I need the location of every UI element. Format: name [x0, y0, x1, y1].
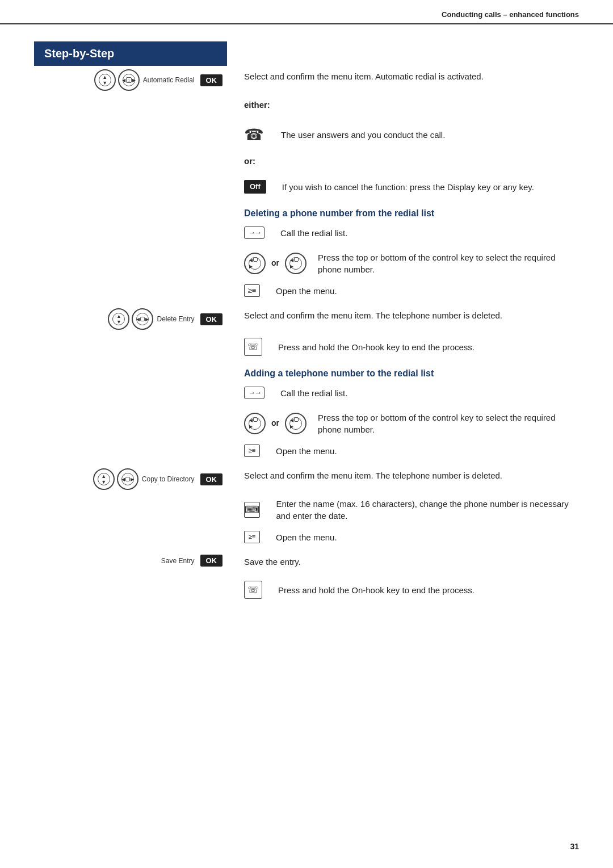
row-ctrl-or2: ◀▶ or ◀▶ Press the top or bottom of the … — [34, 407, 579, 440]
row-or1: or: — [34, 150, 579, 175]
left-cell-delete-entry: ▲▼ ◀▶ Delete Entry OK — [34, 305, 227, 333]
ctrl-pair-delete: ▲▼ ◀▶ — [108, 308, 153, 330]
row-arrow2: →→ Call the redial list. — [34, 382, 579, 407]
ctrl-key-inner-2: ◀□▶ — [123, 74, 135, 86]
row-either: either: — [34, 94, 579, 119]
row-copy-to-directory: ▲▼ ◀▶ Copy to Directory OK Select and co… — [34, 465, 579, 493]
row-menu2: ≥≡ Open the menu. — [34, 440, 579, 465]
ctrl-key-copy-a: ▲▼ — [93, 468, 115, 490]
either-label: either: — [244, 99, 270, 111]
ctrl-key-inner-1: ▲▼ — [99, 74, 111, 86]
ok-btn-delete: OK — [200, 313, 223, 325]
content-area: Step-by-Step ▲▼ ◀□▶ — [0, 24, 613, 638]
label-copy-to-directory: Copy to Directory — [142, 475, 195, 483]
ctrl-key-del-b: ◀▶ — [132, 308, 153, 330]
menu-icon-1: ≥≡ — [244, 284, 260, 297]
arrow-icon-2: →→ — [244, 387, 264, 399]
right-cell-onhook2: ☏ Press and hold the On-hook key to end … — [227, 576, 579, 603]
row-arrow1: →→ Call the redial list. — [34, 222, 579, 247]
or-label-ctrl1: or — [271, 258, 279, 269]
row-keyboard: ⌨ Enter the name (max. 16 characters), c… — [34, 493, 579, 526]
right-cell-phone: ☎ The user answers and you conduct the c… — [227, 119, 579, 150]
menu-icon-2: ≥≡ — [244, 445, 260, 457]
row-off: Off If you wish to cancel the function: … — [34, 175, 579, 200]
page-number: 31 — [570, 842, 579, 851]
ctrl-key-del-2: ◀▶ — [285, 253, 306, 274]
ctrl-pair-copy: ▲▼ ◀▶ — [93, 468, 138, 490]
row-menu3: ≥≡ Open the menu. — [34, 526, 579, 551]
row-phone: ☎ The user answers and you conduct the c… — [34, 119, 579, 150]
right-cell-menu1: ≥≡ Open the menu. — [227, 280, 579, 301]
left-cell-either — [34, 94, 227, 101]
right-cell-menu2: ≥≡ Open the menu. — [227, 440, 579, 462]
left-cell-copy: ▲▼ ◀▶ Copy to Directory OK — [34, 465, 227, 493]
row-ctrl-or1: ◀▶ or ◀▶ Press the top or bottom of the … — [34, 247, 579, 280]
section-adding: Adding a telephone number to the redial … — [34, 360, 579, 382]
label-save-entry: Save Entry — [161, 557, 195, 565]
onhook-icon-2: ☏ — [244, 581, 262, 599]
left-cell-phone — [34, 119, 227, 126]
section-deleting: Deleting a phone number from the redial … — [34, 200, 579, 222]
left-cell-keyboard — [34, 493, 227, 500]
right-cell-save: Save the entry. — [227, 551, 579, 572]
left-cell-menu3 — [34, 526, 227, 533]
right-cell-or1: or: — [227, 150, 579, 171]
ctrl-key-add-2: ◀▶ — [285, 413, 306, 434]
label-auto-redial: Automatic Redial — [143, 76, 195, 84]
or-label-ctrl2: or — [271, 418, 279, 429]
right-cell-delete-entry: Select and confirm the menu item. The te… — [227, 305, 579, 326]
section-heading-adding: Adding a telephone number to the redial … — [227, 360, 434, 382]
phone-icon: ☎ — [244, 124, 264, 146]
left-cell-onhook1 — [34, 333, 227, 340]
page-header: Conducting calls – enhanced functions — [0, 0, 613, 24]
section-heading-deleting: Deleting a phone number from the redial … — [227, 200, 434, 222]
header-title: Conducting calls – enhanced functions — [442, 10, 579, 19]
row-onhook2: ☏ Press and hold the On-hook key to end … — [34, 576, 579, 603]
right-cell-copy: Select and confirm the menu item. The te… — [227, 465, 579, 486]
off-btn: Off — [244, 180, 266, 194]
right-cell-off: Off If you wish to cancel the function: … — [227, 175, 579, 198]
left-cell-or1 — [34, 150, 227, 157]
right-cell-keyboard: ⌨ Enter the name (max. 16 characters), c… — [227, 493, 579, 526]
ctrl-key-add-1: ◀▶ — [244, 413, 266, 434]
row-delete-entry: ▲▼ ◀▶ Delete Entry OK Select and confirm… — [34, 305, 579, 333]
menu-icon-3: ≥≡ — [244, 531, 260, 543]
right-cell-arrow1: →→ Call the redial list. — [227, 222, 579, 244]
right-cell-onhook1: ☏ Press and hold the On-hook key to end … — [227, 333, 579, 360]
ctrl-key-del-a: ▲▼ — [108, 308, 129, 330]
left-cell-onhook2 — [34, 576, 227, 583]
step-by-step-header: Step-by-Step — [34, 41, 227, 66]
ctrl-key-2: ◀□▶ — [118, 69, 140, 91]
ok-btn-save: OK — [200, 555, 223, 567]
label-delete-entry: Delete Entry — [157, 315, 194, 323]
left-cell-menu1 — [34, 280, 227, 287]
ctrl-key-copy-b: ◀▶ — [117, 468, 138, 490]
keyboard-icon: ⌨ — [244, 502, 260, 518]
right-cell-arrow2: →→ Call the redial list. — [227, 382, 579, 404]
ctrl-pair-auto-redial: ▲▼ ◀□▶ — [94, 69, 140, 91]
row-onhook1: ☏ Press and hold the On-hook key to end … — [34, 333, 579, 360]
left-cell-menu2 — [34, 440, 227, 447]
or-label-1: or: — [244, 155, 255, 167]
left-cell-save: Save Entry OK — [34, 551, 227, 570]
row-save-entry: Save Entry OK Save the entry. — [34, 551, 579, 576]
ctrl-key-1: ▲▼ — [94, 69, 116, 91]
right-cell-auto-redial: Select and confirm the menu item. Automa… — [227, 66, 579, 87]
left-cell-arrow1 — [34, 222, 227, 229]
right-cell-ctrl-or1: ◀▶ or ◀▶ Press the top or bottom of the … — [227, 247, 579, 280]
arrow-icon-1: →→ — [244, 227, 264, 239]
left-cell-ctrl-or1 — [34, 247, 227, 254]
ok-btn-auto-redial: OK — [200, 74, 223, 86]
row-auto-redial: ▲▼ ◀□▶ Automatic Redial OK Select and co… — [34, 66, 579, 94]
right-cell-either: either: — [227, 94, 579, 115]
right-cell-ctrl-or2: ◀▶ or ◀▶ Press the top or bottom of the … — [227, 407, 579, 440]
right-cell-menu3: ≥≡ Open the menu. — [227, 526, 579, 548]
left-cell-arrow2 — [34, 382, 227, 389]
ctrl-key-del-1: ◀▶ — [244, 253, 266, 274]
left-cell-off — [34, 175, 227, 182]
left-cell-auto-redial: ▲▼ ◀□▶ Automatic Redial OK — [34, 66, 227, 94]
onhook-icon-1: ☏ — [244, 338, 262, 356]
ok-btn-copy: OK — [200, 473, 223, 485]
row-menu1: ≥≡ Open the menu. — [34, 280, 579, 305]
left-cell-ctrl-or2 — [34, 407, 227, 414]
